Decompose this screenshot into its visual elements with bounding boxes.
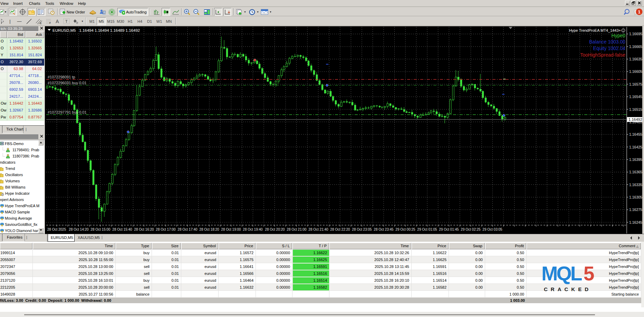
svg-text:1: 1 — [638, 9, 640, 15]
svg-text:1.16335: 1.16335 — [629, 183, 642, 187]
svg-text:1.16695: 1.16695 — [629, 32, 642, 36]
svg-text:28 Oct 17:40: 28 Oct 17:40 — [177, 228, 198, 231]
svg-text:T: T — [65, 19, 68, 23]
svg-text:F: F — [49, 22, 51, 24]
svg-text:28 Oct 19:00: 28 Oct 19:00 — [221, 228, 241, 231]
svg-text:1.16635: 1.16635 — [629, 57, 642, 61]
svg-text:28 Oct 16:20: 28 Oct 16:20 — [134, 228, 154, 231]
svg-text:28 Oct 14:20: 28 Oct 14:20 — [69, 228, 89, 231]
svg-text:Hype TrendProEA MT4_1443+: Hype TrendProEA MT4_1443+ — [569, 28, 621, 32]
svg-text:1.16425: 1.16425 — [629, 145, 642, 149]
svg-text:1.16575: 1.16575 — [629, 82, 642, 86]
svg-text:#1072296031 buy 0.01: #1072296031 buy 0.01 — [48, 81, 87, 85]
svg-text:1.16365: 1.16365 — [629, 170, 642, 174]
svg-text:29 Oct 00:25: 29 Oct 00:25 — [395, 228, 415, 231]
svg-text:28 Oct 2025: 28 Oct 2025 — [47, 228, 66, 231]
svg-text:28 Oct 21:00: 28 Oct 21:00 — [287, 228, 307, 231]
svg-text:Equity 1002.04: Equity 1002.04 — [593, 46, 626, 51]
svg-text:28 Oct 23:45: 28 Oct 23:45 — [374, 228, 394, 231]
svg-text:28 Oct 21:40: 28 Oct 21:40 — [308, 228, 328, 231]
svg-text:28 Oct 15:00: 28 Oct 15:00 — [90, 228, 110, 231]
svg-text:1.16245: 1.16245 — [629, 220, 642, 224]
svg-text:29 Oct 02:25: 29 Oct 02:25 — [461, 228, 481, 231]
svg-text:1.16545: 1.16545 — [629, 95, 642, 99]
svg-text:1.16455: 1.16455 — [629, 132, 642, 136]
svg-text:1.16492: 1.16492 — [628, 117, 642, 122]
svg-text:EURUSD,M5 1.16494 1.16494 1.: EURUSD,M5 1.16494 1.16494 1.16489 1.1649… — [52, 28, 140, 32]
svg-text:29 Oct 03:05: 29 Oct 03:05 — [482, 228, 502, 231]
svg-text:1.16275: 1.16275 — [629, 208, 642, 212]
svg-text:28 Oct 18:20: 28 Oct 18:20 — [199, 228, 219, 231]
svg-text:Hype0: Hype0 — [612, 33, 626, 38]
svg-text:#1072298091 tp: #1072298091 tp — [48, 75, 75, 79]
svg-text:1.16605: 1.16605 — [629, 69, 642, 74]
svg-text:Balance 1003.00: Balance 1003.00 — [589, 39, 625, 45]
svg-text:E: E — [40, 22, 42, 25]
svg-text:1.16665: 1.16665 — [629, 45, 642, 49]
svg-text:1.16305: 1.16305 — [629, 195, 642, 199]
svg-text:28 Oct 20:20: 28 Oct 20:20 — [265, 228, 285, 231]
svg-text:1.16515: 1.16515 — [629, 107, 642, 112]
svg-text:28 Oct 22:20: 28 Oct 22:20 — [330, 228, 350, 231]
svg-text:28 Oct 23:05: 28 Oct 23:05 — [352, 228, 372, 231]
svg-text:29 Oct 01:45: 29 Oct 01:45 — [439, 228, 459, 231]
svg-text:28 Oct 19:40: 28 Oct 19:40 — [243, 228, 263, 231]
svg-text:TooHighSpread-false: TooHighSpread-false — [580, 52, 625, 58]
svg-text:1.16395: 1.16395 — [629, 157, 642, 162]
svg-text:28 Oct 15:40: 28 Oct 15:40 — [112, 228, 132, 231]
svg-text:#1072297791 buy 0.01: #1072297791 buy 0.01 — [48, 110, 87, 114]
svg-text:29 Oct 01:05: 29 Oct 01:05 — [417, 228, 437, 231]
svg-text:28 Oct 17:00: 28 Oct 17:00 — [156, 228, 176, 231]
